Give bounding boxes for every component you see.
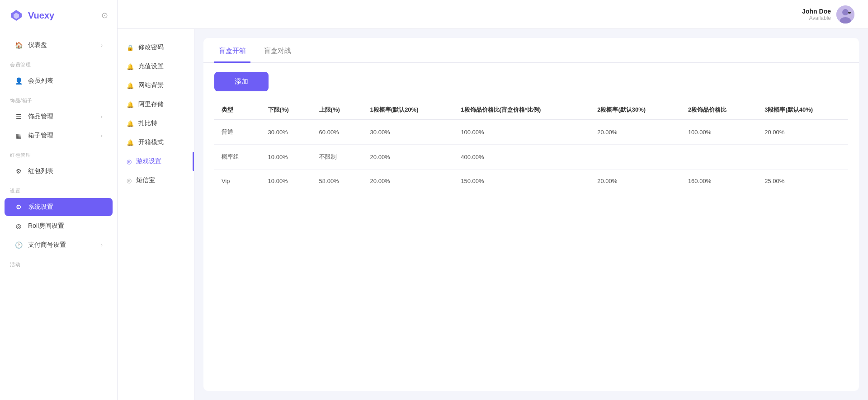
sidebar-label-payment: 支付商号设置 [28,241,95,249]
page-content: 盲盒开箱 盲盒对战 添加 类型 下限(%) 上限(%) [194,29,868,400]
clock-icon: 🕐 [14,241,23,249]
sub-nav-zhabit[interactable]: 🔔 扎比特 [118,114,194,133]
sidebar-item-member-list[interactable]: 👤 会员列表 [5,72,113,90]
circle-icon-game: ◎ [127,158,132,165]
circle-icon-roll: ◎ [14,222,23,230]
sidebar-item-payment[interactable]: 🕐 支付商号设置 › [5,236,113,254]
bell-icon-1: 🔔 [127,63,134,70]
sidebar: Vuexy ⊙ 🏠 仪表盘 › 会员管理 👤 会员列表 饰品/箱子 ☰ 饰品管理… [0,0,118,400]
table-cell: 58.00% [312,169,363,193]
content-body: 🔒 修改密码 🔔 充值设置 🔔 网站背景 🔔 阿里存储 🔔 扎比特 🔔 [118,29,868,400]
section-label-items: 饰品/箱子 [0,91,117,107]
col-prob3: 3段概率(默认40%) [757,100,848,120]
lock-icon: 🔒 [127,44,134,51]
sub-nav-change-pwd[interactable]: 🔒 修改密码 [118,38,194,57]
gear-icon-settings: ⚙ [14,203,23,211]
table-cell: 10.00% [261,169,312,193]
sidebar-item-redpack-list[interactable]: ⚙ 红包列表 [5,162,113,180]
col-price2: 2段饰品价格比 [681,100,757,120]
col-upper: 上限(%) [312,100,363,120]
sub-nav-label-recharge: 充值设置 [138,62,164,71]
table-cell: 20.00% [757,120,848,145]
gear-icon-redpack: ⚙ [14,167,23,175]
table-row: 普通30.00%60.00%30.00%100.00%20.00%100.00%… [214,120,848,145]
sidebar-item-box-manage[interactable]: ▦ 箱子管理 › [5,127,113,145]
data-table: 类型 下限(%) 上限(%) 1段概率(默认20%) 1段饰品价格比(盲盒价格*… [214,100,848,193]
table-cell: 160.00% [681,169,757,193]
sub-nav-open-mode[interactable]: 🔔 开箱模式 [118,133,194,152]
sidebar-item-roll-room[interactable]: ◎ Roll房间设置 [5,217,113,235]
sub-nav-ali-storage[interactable]: 🔔 阿里存储 [118,95,194,114]
sidebar-item-system-settings[interactable]: ⚙ 系统设置 [5,198,113,216]
col-price1: 1段饰品价格比(盲盒价格*比例) [453,100,590,120]
section-label-settings: 设置 [0,181,117,197]
bell-icon-5: 🔔 [127,139,134,146]
arrow-icon: › [101,42,103,48]
sub-nav-label-ali-storage: 阿里存储 [138,100,164,108]
table-cell: 20.00% [363,169,454,193]
user-text: John Doe Available [802,8,831,21]
sidebar-label-member-list: 会员列表 [28,77,103,85]
theme-toggle-icon[interactable]: ⊙ [101,10,108,20]
person-icon: 👤 [14,77,23,85]
sidebar-item-dashboard[interactable]: 🏠 仪表盘 › [5,36,113,54]
data-table-wrapper[interactable]: 类型 下限(%) 上限(%) 1段概率(默认20%) 1段饰品价格比(盲盒价格*… [214,100,848,382]
tab-blind-box[interactable]: 盲盒开箱 [214,38,250,63]
sidebar-item-item-manage[interactable]: ☰ 饰品管理 › [5,108,113,126]
section-label-member: 会员管理 [0,55,117,71]
user-status: Available [802,15,831,21]
logo-text: Vuexy [28,10,54,21]
tab-blind-battle[interactable]: 盲盒对战 [259,38,296,63]
col-type: 类型 [214,100,261,120]
bell-icon-4: 🔔 [127,120,134,127]
col-prob1: 1段概率(默认20%) [363,100,454,120]
table-cell: 100.00% [681,120,757,145]
sub-nav-game-settings[interactable]: ◎ 游戏设置 [118,152,194,171]
sub-nav-label-zhabit: 扎比特 [138,119,157,127]
table-cell: 不限制 [312,145,363,169]
bell-icon-2: 🔔 [127,82,134,89]
table-cell: 20.00% [590,169,681,193]
list-icon: ☰ [14,113,23,121]
sidebar-label-redpack-list: 红包列表 [28,167,103,175]
col-prob2: 2段概率(默认30%) [590,100,681,120]
arrow-icon-4: › [101,242,103,248]
sub-nav-site-bg[interactable]: 🔔 网站背景 [118,76,194,95]
table-cell: Vip [214,169,261,193]
arrow-icon-3: › [101,133,103,138]
section-label-redpack: 红包管理 [0,146,117,161]
table-cell [681,145,757,169]
table-cell: 20.00% [363,145,454,169]
sub-nav-label-sms: 短信宝 [136,176,155,184]
sub-nav-sms[interactable]: ◎ 短信宝 [118,171,194,190]
table-cell: 100.00% [453,120,590,145]
section-label-activity: 活动 [0,255,117,271]
table-area: 添加 类型 下限(%) 上限(%) 1段概率(默认20%) 1段饰品价格比(盲盒… [203,63,859,391]
table-cell: 10.00% [261,145,312,169]
sidebar-label-dashboard: 仪表盘 [28,41,95,49]
main-area: John Doe Available 🔒 修改密码 🔔 充 [118,0,868,400]
col-lower: 下限(%) [261,100,312,120]
arrow-icon-2: › [101,114,103,119]
tabs-bar: 盲盒开箱 盲盒对战 [203,38,859,63]
table-cell: 60.00% [312,120,363,145]
avatar [836,5,854,24]
sidebar-nav: 🏠 仪表盘 › 会员管理 👤 会员列表 饰品/箱子 ☰ 饰品管理 › ▦ 箱子管… [0,31,117,400]
table-cell: 30.00% [261,120,312,145]
box-icon: ▦ [14,132,23,140]
table-cell: 20.00% [590,120,681,145]
svg-rect-5 [848,12,851,14]
user-name: John Doe [802,8,831,15]
circle-icon-sms: ◎ [127,177,132,184]
user-info: John Doe Available [802,5,854,24]
sidebar-label-roll-room: Roll房间设置 [28,222,103,230]
sidebar-label-item-manage: 饰品管理 [28,113,95,121]
table-cell: 400.00% [453,145,590,169]
table-cell: 概率组 [214,145,261,169]
sub-nav-label-site-bg: 网站背景 [138,81,164,89]
add-button[interactable]: 添加 [214,72,269,91]
sidebar-label-system-settings: 系统设置 [28,203,103,211]
sub-nav-recharge[interactable]: 🔔 充值设置 [118,57,194,76]
table-cell [590,145,681,169]
table-cell: 普通 [214,120,261,145]
